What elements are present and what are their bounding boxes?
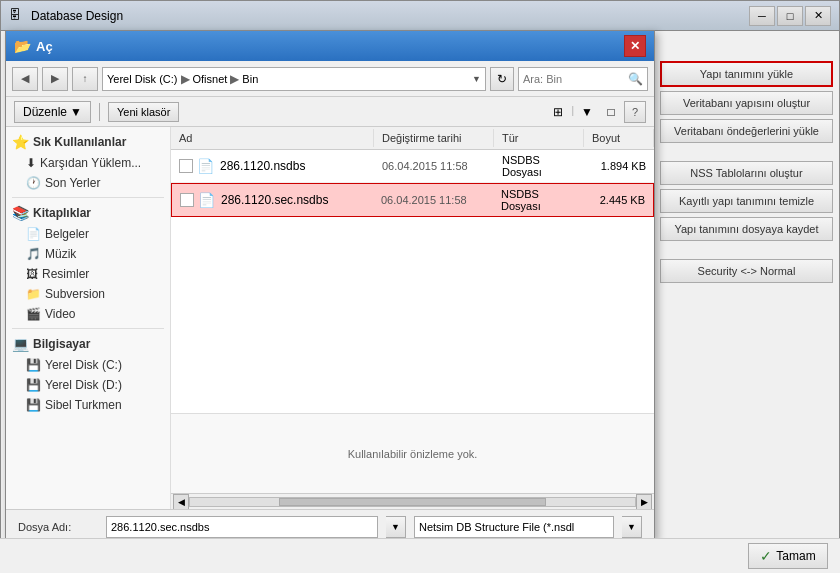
- forward-btn[interactable]: ▶: [42, 67, 68, 91]
- back-btn[interactable]: ◀: [12, 67, 38, 91]
- bg-title-icon: 🗄: [9, 8, 25, 24]
- filename-label: Dosya Adı:: [18, 521, 98, 533]
- sidebar-item-sibel[interactable]: 💾 Sibel Turkmen: [6, 395, 170, 415]
- organize-btn[interactable]: Düzenle ▼: [14, 101, 91, 123]
- up-btn[interactable]: ↑: [72, 67, 98, 91]
- help-btn[interactable]: ?: [624, 101, 646, 123]
- path-part-1: Yerel Disk (C:): [107, 73, 178, 85]
- new-folder-btn[interactable]: Yeni klasör: [108, 102, 179, 122]
- filename-input[interactable]: 286.1120.sec.nsdbs: [106, 516, 378, 538]
- path-arrow-1: ▶: [181, 72, 190, 86]
- sidebar-item-muzik[interactable]: 🎵 Müzik: [6, 244, 170, 264]
- file-list: 📄 286.1120.nsdbs 06.04.2015 11:58 NSDBS …: [171, 150, 654, 413]
- filename-dropdown-btn[interactable]: ▼: [386, 516, 406, 538]
- computer-header: 💻 Bilgisayar: [6, 333, 170, 355]
- computer-section: 💻 Bilgisayar 💾 Yerel Disk (C:) 💾 Yerel D…: [6, 333, 170, 415]
- filetype-select[interactable]: Netsim DB Structure File (*.nsdl: [414, 516, 614, 538]
- file-icon-1: 📄: [197, 158, 214, 174]
- scroll-right-btn[interactable]: ▶: [636, 494, 652, 510]
- action-bar: Düzenle ▼ Yeni klasör ⊞ | ▼ □ ?: [6, 97, 654, 127]
- file-icon-2: 📄: [198, 192, 215, 208]
- view-buttons: ⊞ | ▼ □ ?: [547, 101, 646, 123]
- video-icon: 🎬: [26, 307, 41, 321]
- file-checkbox-1[interactable]: [179, 159, 193, 173]
- sidebar-item-subversion[interactable]: 📁 Subversion: [6, 284, 170, 304]
- dialog-content: ⭐ Sık Kullanılanlar ⬇ Karşıdan Yüklem...…: [6, 127, 654, 509]
- dialog-close-btn[interactable]: ✕: [624, 35, 646, 57]
- bg-minimize-btn[interactable]: ─: [749, 6, 775, 26]
- bg-close-btn[interactable]: ✕: [805, 6, 831, 26]
- path-part-2: Ofisnet: [193, 73, 228, 85]
- path-dropdown[interactable]: Yerel Disk (C:) ▶ Ofisnet ▶ Bin ▼: [102, 67, 486, 91]
- sidebar-item-karsidan[interactable]: ⬇ Karşıdan Yüklem...: [6, 153, 170, 173]
- table-row[interactable]: 📄 286.1120.sec.nsdbs 06.04.2015 11:58 NS…: [171, 183, 654, 217]
- disk-c-icon: 💾: [26, 358, 41, 372]
- file-date-1: 06.04.2015 11:58: [374, 158, 494, 174]
- h-scroll-track[interactable]: [189, 497, 636, 507]
- view-icon-btn[interactable]: □: [600, 101, 622, 123]
- son-yerler-icon: 🕐: [26, 176, 41, 190]
- search-input[interactable]: [523, 73, 628, 85]
- table-row[interactable]: 📄 286.1120.nsdbs 06.04.2015 11:58 NSDBS …: [171, 150, 654, 183]
- sidebar-divider-2: [12, 328, 164, 329]
- h-scroll-area[interactable]: ◀ ▶: [171, 493, 654, 509]
- karsidan-icon: ⬇: [26, 156, 36, 170]
- yapi-dosya-button[interactable]: Yapı tanımını dosyaya kaydet: [660, 217, 833, 241]
- veritabani-on-button[interactable]: Veritabanı öndeğerlerini yükle: [660, 119, 833, 143]
- sidebar-item-disk-d[interactable]: 💾 Yerel Disk (D:): [6, 375, 170, 395]
- ok-check-icon: ✓: [760, 548, 772, 564]
- file-name-1: 📄 286.1120.nsdbs: [171, 156, 374, 176]
- view-separator: |: [571, 105, 574, 123]
- sidebar: ⭐ Sık Kullanılanlar ⬇ Karşıdan Yüklem...…: [6, 127, 171, 509]
- veritabani-yapi-button[interactable]: Veritabanı yapısını oluştur: [660, 91, 833, 115]
- libraries-icon: 📚: [12, 205, 29, 221]
- file-date-2: 06.04.2015 11:58: [373, 192, 493, 208]
- search-box: 🔍: [518, 67, 648, 91]
- sidebar-item-resimler[interactable]: 🖼 Resimler: [6, 264, 170, 284]
- open-dialog: 📂 Aç ✕ ◀ ▶ ↑ Yerel Disk (C:) ▶ Ofisnet ▶…: [5, 30, 655, 540]
- muzik-icon: 🎵: [26, 247, 41, 261]
- file-type-1: NSDBS Dosyası: [494, 152, 584, 180]
- belgeler-icon: 📄: [26, 227, 41, 241]
- bg-maximize-btn[interactable]: □: [777, 6, 803, 26]
- resimler-icon: 🖼: [26, 267, 38, 281]
- yapi-yukle-button[interactable]: Yapı tanımını yükle: [660, 61, 833, 87]
- view-list-btn[interactable]: ⊞: [547, 101, 569, 123]
- nss-tablo-button[interactable]: NSS Tablolarını oluştur: [660, 161, 833, 185]
- favorites-header: ⭐ Sık Kullanılanlar: [6, 131, 170, 153]
- sidebar-item-video[interactable]: 🎬 Video: [6, 304, 170, 324]
- ok-label: Tamam: [776, 549, 815, 563]
- sidebar-item-disk-c[interactable]: 💾 Yerel Disk (C:): [6, 355, 170, 375]
- ok-button[interactable]: ✓ Tamam: [748, 543, 828, 569]
- filename-row: Dosya Adı: 286.1120.sec.nsdbs ▼ Netsim D…: [18, 516, 642, 538]
- dialog-title-icon: 📂: [14, 38, 30, 54]
- file-list-header: Ad Değiştirme tarihi Tür Boyut: [171, 127, 654, 150]
- h-scroll-thumb[interactable]: [279, 498, 546, 506]
- file-checkbox-2[interactable]: [180, 193, 194, 207]
- scroll-left-btn[interactable]: ◀: [173, 494, 189, 510]
- col-size[interactable]: Boyut: [584, 129, 654, 147]
- sibel-icon: 💾: [26, 398, 41, 412]
- dialog-title: Aç: [36, 39, 53, 54]
- file-size-2: 2.445 KB: [583, 192, 653, 208]
- kayitli-yapi-button[interactable]: Kayıtlı yapı tanımını temizle: [660, 189, 833, 213]
- dialog-toolbar: ◀ ▶ ↑ Yerel Disk (C:) ▶ Ofisnet ▶ Bin ▼ …: [6, 61, 654, 97]
- disk-d-icon: 💾: [26, 378, 41, 392]
- file-name-2: 📄 286.1120.sec.nsdbs: [172, 190, 373, 210]
- organize-arrow-icon: ▼: [70, 105, 82, 119]
- sidebar-item-son-yerler[interactable]: 🕐 Son Yerler: [6, 173, 170, 193]
- security-normal-button[interactable]: Security <-> Normal: [660, 259, 833, 283]
- sidebar-divider-1: [12, 197, 164, 198]
- libraries-section: 📚 Kitaplıklar 📄 Belgeler 🎵 Müzik 🖼 Resim…: [6, 202, 170, 324]
- favorites-section: ⭐ Sık Kullanılanlar ⬇ Karşıdan Yüklem...…: [6, 131, 170, 193]
- col-date[interactable]: Değiştirme tarihi: [374, 129, 494, 147]
- col-name[interactable]: Ad: [171, 129, 374, 147]
- favorites-icon: ⭐: [12, 134, 29, 150]
- preview-text: Kullanılabilir önizleme yok.: [348, 448, 478, 460]
- refresh-btn[interactable]: ↻: [490, 67, 514, 91]
- filetype-dropdown-btn[interactable]: ▼: [622, 516, 642, 538]
- sidebar-item-belgeler[interactable]: 📄 Belgeler: [6, 224, 170, 244]
- view-grid-btn[interactable]: ▼: [576, 101, 598, 123]
- col-type[interactable]: Tür: [494, 129, 584, 147]
- bg-window-controls: ─ □ ✕: [749, 6, 831, 26]
